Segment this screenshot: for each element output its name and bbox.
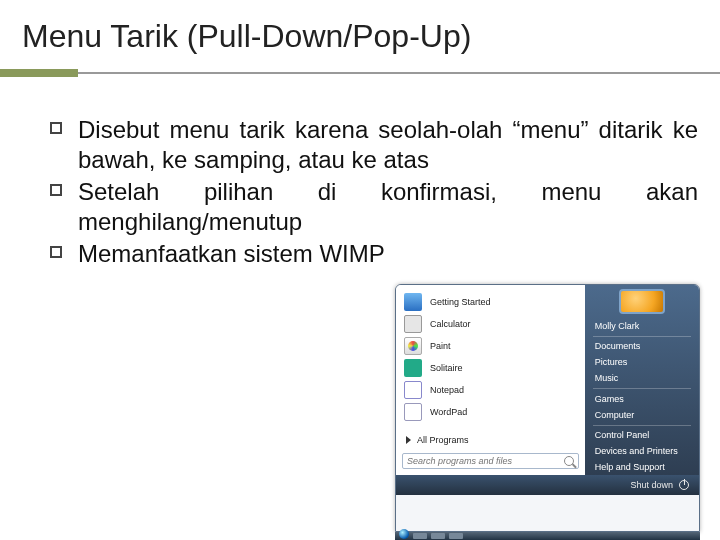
start-menu-item-solitaire[interactable]: Solitaire	[396, 357, 585, 379]
start-menu-item-calculator[interactable]: Calculator	[396, 313, 585, 335]
start-menu-footer: Shut down	[396, 475, 699, 495]
right-item-games[interactable]: Games	[585, 391, 699, 407]
title-rule-accent	[0, 69, 78, 77]
start-orb-icon[interactable]	[399, 529, 409, 539]
right-item-documents[interactable]: Documents	[585, 338, 699, 354]
user-avatar[interactable]	[619, 289, 665, 314]
taskbar-button[interactable]	[449, 533, 463, 539]
bullet-marker-icon	[50, 184, 62, 196]
all-programs-label: All Programs	[417, 435, 469, 445]
start-menu-item-label: Paint	[430, 341, 451, 351]
getting-started-icon	[404, 293, 422, 311]
taskbar-button[interactable]	[431, 533, 445, 539]
right-item-music[interactable]: Music	[585, 370, 699, 386]
title-rule-line	[78, 72, 720, 74]
start-menu-left-pane: Getting Started Calculator Paint Solitai…	[396, 285, 585, 475]
start-menu-item-label: WordPad	[430, 407, 467, 417]
title-rule	[0, 69, 720, 77]
start-menu-item-label: Solitaire	[430, 363, 463, 373]
bullet-text: Setelah pilihan di konfirmasi, menu akan…	[78, 177, 698, 237]
arrow-right-icon	[406, 436, 411, 444]
bullet-marker-icon	[50, 122, 62, 134]
bullet-text: Memanfaatkan sistem WIMP	[78, 239, 698, 269]
start-menu-body: Getting Started Calculator Paint Solitai…	[396, 285, 699, 475]
bullet-marker-icon	[50, 246, 62, 258]
start-menu-item-label: Calculator	[430, 319, 471, 329]
right-item-control-panel[interactable]: Control Panel	[585, 427, 699, 443]
start-menu-item-getting-started[interactable]: Getting Started	[396, 291, 585, 313]
all-programs-button[interactable]: All Programs	[396, 431, 585, 449]
right-item-pictures[interactable]: Pictures	[585, 354, 699, 370]
start-menu-right-pane: Molly Clark Documents Pictures Music Gam…	[585, 285, 699, 475]
start-menu-item-paint[interactable]: Paint	[396, 335, 585, 357]
search-box[interactable]	[402, 453, 579, 469]
right-item-devices[interactable]: Devices and Printers	[585, 443, 699, 459]
solitaire-icon	[404, 359, 422, 377]
bullet-item: Disebut menu tarik karena seolah-olah “m…	[50, 115, 698, 175]
power-icon[interactable]	[679, 480, 689, 490]
start-menu-item-label: Getting Started	[430, 297, 491, 307]
user-name[interactable]: Molly Clark	[585, 318, 699, 334]
right-item-computer[interactable]: Computer	[585, 407, 699, 423]
start-menu-item-notepad[interactable]: Notepad	[396, 379, 585, 401]
taskbar	[395, 532, 700, 540]
taskbar-button[interactable]	[413, 533, 427, 539]
calculator-icon	[404, 315, 422, 333]
start-menu: Getting Started Calculator Paint Solitai…	[395, 284, 700, 532]
start-menu-item-label: Notepad	[430, 385, 464, 395]
bullet-list: Disebut menu tarik karena seolah-olah “m…	[50, 115, 698, 269]
shutdown-label[interactable]: Shut down	[630, 480, 673, 490]
search-icon	[564, 456, 574, 466]
notepad-icon	[404, 381, 422, 399]
right-item-help[interactable]: Help and Support	[585, 459, 699, 475]
bullet-item: Setelah pilihan di konfirmasi, menu akan…	[50, 177, 698, 237]
bullet-item: Memanfaatkan sistem WIMP	[50, 239, 698, 269]
search-input[interactable]	[407, 456, 547, 466]
bullet-text: Disebut menu tarik karena seolah-olah “m…	[78, 115, 698, 175]
start-menu-item-wordpad[interactable]: WordPad	[396, 401, 585, 423]
slide-title: Menu Tarik (Pull-Down/Pop-Up)	[0, 0, 720, 61]
paint-icon	[404, 337, 422, 355]
wordpad-icon	[404, 403, 422, 421]
